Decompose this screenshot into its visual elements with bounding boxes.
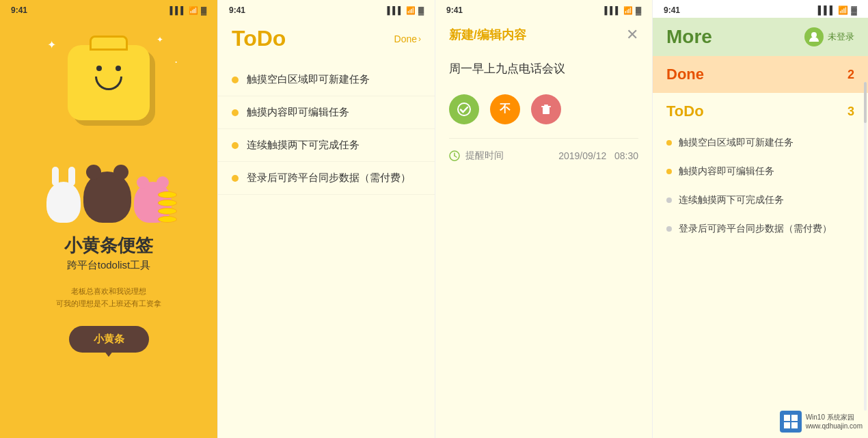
time-1: 9:41 — [11, 5, 27, 15]
action-buttons-row: 不 — [449, 94, 638, 124]
svg-point-7 — [811, 32, 817, 38]
user-area[interactable]: 未登录 — [804, 27, 854, 46]
p4-todo-item-2[interactable]: 触摸内容即可编辑任务 — [653, 157, 868, 186]
battery-icon: ▓ — [201, 6, 206, 14]
time-3: 9:41 — [446, 5, 463, 15]
watermark: Win10 系统家园 www.qdhuajin.com — [780, 411, 863, 433]
bag-icon — [68, 45, 150, 120]
todo-text-3: 连续触摸两下可完成任务 — [247, 139, 360, 152]
todo-section-header[interactable]: ToDo 3 — [653, 93, 868, 126]
signal-icon: ▌▌▌ — [170, 6, 186, 14]
todo-text-1: 触摸空白区域即可新建任务 — [247, 73, 370, 86]
svg-rect-8 — [784, 415, 790, 421]
win10-logo — [780, 411, 802, 433]
coin-2 — [158, 200, 177, 206]
edit-panel: 9:41 ▌▌▌ 📶 ▓ 新建/编辑内容 ✕ 周一早上九点电话会议 不 — [435, 0, 652, 438]
todo-panel: 9:41 ▌▌▌ 📶 ▓ ToDo Done › 触摸空白区域即可新建任务 触摸… — [217, 0, 435, 438]
todo-section-title: ToDo — [666, 102, 704, 120]
todo-title: ToDo — [232, 26, 286, 51]
p4-todo-item-3[interactable]: 连续触摸两下可完成任务 — [653, 186, 868, 215]
todo-text-2: 触摸内容即可编辑任务 — [247, 106, 349, 119]
bag-eye-right — [116, 66, 121, 71]
bag-eyes — [81, 66, 136, 71]
status-bar-1: 9:41 ▌▌▌ 📶 ▓ — [0, 0, 217, 18]
more-panel: 9:41 ▌▌▌ 📶 ▓ More 未登录 Done 2 ToDo 3 触摸空 — [652, 0, 868, 438]
todo-item-2[interactable]: 触摸内容即可编辑任务 — [218, 96, 435, 129]
edit-title: 新建/编辑内容 — [449, 27, 526, 43]
battery-icon-4: ▓ — [851, 5, 857, 15]
scrollbar[interactable] — [864, 82, 867, 411]
todo-dot-1 — [232, 77, 239, 83]
wifi-icon: 📶 — [189, 6, 198, 15]
p4-dot-4 — [666, 226, 672, 232]
delete-button[interactable] — [531, 94, 561, 124]
star-1: ✦ — [47, 38, 56, 51]
reminder-time-value[interactable]: 2019/09/12 08:30 — [558, 150, 638, 161]
app-subtitle: 跨平台todolist工具 — [67, 259, 151, 272]
svg-rect-2 — [541, 106, 551, 107]
p4-todo-text-1: 触摸空白区域即可新建任务 — [679, 137, 794, 149]
todo-item-1[interactable]: 触摸空白区域即可新建任务 — [218, 64, 435, 96]
flag-button[interactable]: 不 — [490, 94, 520, 124]
p4-todo-list: 触摸空白区域即可新建任务 触摸内容即可编辑任务 连续触摸两下可完成任务 登录后可… — [653, 126, 868, 438]
status-bar-4: 9:41 ▌▌▌ 📶 ▓ — [653, 0, 868, 18]
illustration: ✦ ✦ • — [27, 31, 191, 223]
status-bar-2: 9:41 ▌▌▌ 📶 ▓ — [218, 0, 435, 18]
time-4: 9:41 — [664, 5, 680, 15]
status-icons-1: ▌▌▌ 📶 ▓ — [170, 6, 206, 15]
more-title: More — [666, 26, 712, 48]
todo-item-3[interactable]: 连续触摸两下可完成任务 — [218, 129, 435, 162]
rabbit-character — [46, 182, 81, 223]
edit-content-area: 周一早上九点电话会议 不 — [435, 49, 652, 438]
done-section[interactable]: Done 2 — [653, 56, 868, 93]
watermark-text: Win10 系统家园 www.qdhuajin.com — [806, 413, 863, 430]
time-2: 9:41 — [229, 5, 245, 15]
svg-point-0 — [458, 103, 470, 115]
scrollbar-thumb[interactable] — [864, 82, 867, 123]
signal-icon-2: ▌▌▌ — [388, 6, 403, 14]
todo-dot-4 — [232, 175, 239, 182]
todo-count-badge: 3 — [847, 105, 854, 119]
bag-smile — [95, 77, 122, 90]
splash-panel: 9:41 ▌▌▌ 📶 ▓ ✦ ✦ • — [0, 0, 217, 438]
coin-3 — [158, 208, 177, 215]
battery-icon-2: ▓ — [418, 6, 424, 14]
coin-1 — [158, 191, 177, 198]
done-link[interactable]: Done › — [394, 33, 421, 44]
done-count-badge: 2 — [847, 68, 854, 82]
wifi-icon-4: 📶 — [838, 5, 848, 15]
app-name: 小黄条便签 — [64, 234, 153, 258]
wifi-icon-2: 📶 — [406, 6, 416, 15]
bag-eye-left — [96, 66, 102, 71]
star-3: • — [175, 59, 177, 65]
signal-icon-4: ▌▌▌ — [818, 5, 836, 15]
p4-todo-item-1[interactable]: 触摸空白区域即可新建任务 — [653, 128, 868, 157]
status-bar-3: 9:41 ▌▌▌ 📶 ▓ — [435, 0, 652, 18]
desc-line1: 老板总喜欢和我说理想 — [71, 287, 146, 295]
clock-icon — [449, 150, 460, 161]
desc-line2: 可我的理想是不上班还有工资拿 — [56, 299, 161, 307]
battery-icon-3: ▓ — [636, 6, 641, 14]
close-button[interactable]: ✕ — [626, 26, 638, 44]
status-icons-3: ▌▌▌ 📶 ▓ — [605, 6, 641, 15]
p4-todo-item-4[interactable]: 登录后可跨平台同步数据（需付费） — [653, 215, 868, 243]
bag-face — [81, 66, 136, 90]
cta-button[interactable]: 小黄条 — [69, 326, 149, 353]
todo-dot-2 — [232, 109, 239, 116]
app-description: 老板总喜欢和我说理想 可我的理想是不上班还有工资拿 — [42, 286, 175, 310]
task-text-display[interactable]: 周一早上九点电话会议 — [449, 60, 638, 78]
svg-rect-10 — [784, 422, 790, 428]
star-2: ✦ — [157, 35, 163, 44]
complete-button[interactable] — [449, 94, 479, 124]
svg-line-6 — [455, 156, 457, 157]
done-section-title: Done — [666, 66, 704, 83]
todo-header: ToDo Done › — [218, 18, 435, 57]
status-icons-2: ▌▌▌ 📶 ▓ — [388, 6, 424, 15]
p4-dot-3 — [666, 197, 672, 203]
reminder-row: 提醒时间 2019/09/12 08:30 — [449, 138, 638, 173]
coin-4 — [158, 216, 177, 223]
todo-item-4[interactable]: 登录后可跨平台同步数据（需付费） — [218, 162, 435, 195]
user-label: 未登录 — [828, 31, 854, 43]
p4-todo-text-2: 触摸内容即可编辑任务 — [679, 165, 774, 178]
reminder-label: 提醒时间 — [449, 150, 504, 162]
